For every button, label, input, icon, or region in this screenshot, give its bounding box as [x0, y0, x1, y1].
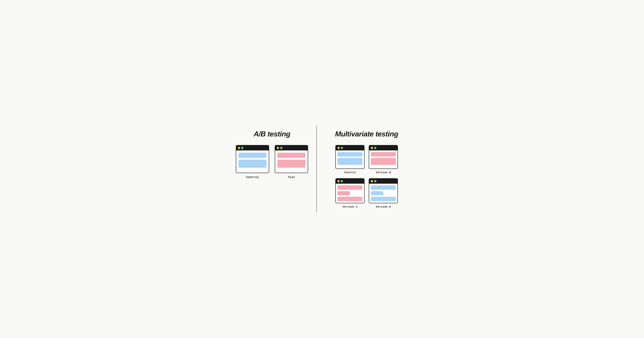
mv-versiond-label: Version D: [376, 205, 391, 208]
dot-yellow-icon: [371, 180, 373, 182]
dot-green-icon: [374, 147, 376, 149]
ab-control-body: [236, 150, 269, 173]
dot-green-icon: [280, 147, 282, 149]
ab-test-label: Test: [288, 176, 295, 179]
mv-section: Multivariate testing Control: [317, 126, 416, 212]
mv-versiond-bar-2: [371, 191, 383, 195]
ab-test-bar-1: [277, 153, 306, 158]
ab-test-group: Test: [275, 145, 308, 179]
ab-section: A/B testing Control: [228, 126, 317, 212]
mv-versiond-bar-1: [371, 185, 396, 190]
mv-versionc-titlebar: [336, 179, 364, 184]
mv-versionc-label: Version C: [342, 205, 358, 208]
dot-green-icon: [341, 147, 343, 149]
mv-control-bar-1: [338, 152, 362, 156]
mv-versionb-label: Version B: [376, 171, 391, 174]
ab-control-titlebar: [236, 146, 269, 150]
mv-versionb-bar-2: [371, 158, 396, 165]
ab-control-bar-1: [238, 153, 266, 158]
mv-versionb-group: Version B: [369, 145, 398, 174]
mv-versionb-browser: [369, 145, 398, 169]
mv-versionc-browser: [335, 178, 364, 203]
ab-test-body: [275, 150, 308, 173]
ab-control-group: Control: [236, 145, 269, 179]
mv-versionc-bar-2: [338, 191, 350, 195]
dot-green-icon: [241, 147, 244, 149]
dot-yellow-icon: [238, 147, 240, 149]
mv-versiond-group: Version D: [369, 178, 398, 208]
mv-control-label: Control: [344, 171, 356, 174]
mv-control-browser: [335, 145, 364, 169]
ab-test-bar-2: [277, 160, 306, 168]
ab-test-browser: [275, 145, 308, 173]
dot-yellow-icon: [338, 147, 340, 149]
mv-control-bar-2: [338, 158, 362, 165]
mv-versiond-bar-3: [371, 197, 396, 201]
mv-versiond-body: [369, 184, 398, 203]
ab-versions: Control Test: [236, 145, 308, 179]
mv-versionc-bar-3: [338, 197, 362, 201]
mv-versionc-body: [336, 184, 364, 203]
mv-control-group: Control: [335, 145, 364, 174]
mv-versiond-titlebar: [369, 179, 398, 184]
dot-green-icon: [374, 180, 376, 182]
mv-control-body: [336, 150, 364, 168]
mv-versionb-titlebar: [369, 146, 398, 150]
ab-control-bar-2: [238, 160, 266, 168]
mv-grid: Control Version B: [335, 145, 398, 208]
dot-yellow-icon: [338, 180, 340, 182]
page-container: A/B testing Control: [225, 120, 419, 218]
dot-yellow-icon: [277, 147, 279, 149]
mv-versionc-bar-1: [338, 185, 362, 190]
mv-title: Multivariate testing: [335, 130, 398, 138]
mv-versionc-group: Version C: [335, 178, 364, 208]
mv-versionb-body: [369, 150, 398, 168]
mv-control-titlebar: [336, 146, 364, 150]
ab-test-titlebar: [275, 146, 308, 150]
mv-versiond-browser: [369, 178, 398, 203]
ab-title: A/B testing: [254, 130, 290, 138]
dot-green-icon: [341, 180, 343, 182]
dot-yellow-icon: [371, 147, 373, 149]
mv-versionb-bar-1: [371, 152, 396, 156]
ab-control-label: Control: [246, 176, 259, 179]
ab-control-browser: [236, 145, 269, 173]
